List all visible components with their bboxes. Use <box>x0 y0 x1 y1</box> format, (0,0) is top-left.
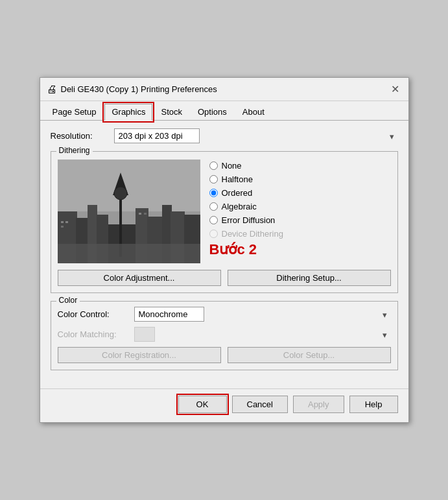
color-matching-select-wrapper <box>134 327 391 342</box>
title-bar: 🖨 Deli GE430 (Copy 1) Printing Preferenc… <box>40 78 408 101</box>
resolution-select-wrapper: 203 dpi x 203 dpi <box>114 128 398 143</box>
resolution-select[interactable]: 203 dpi x 203 dpi <box>114 128 200 143</box>
resolution-row: Resolution: 203 dpi x 203 dpi <box>51 128 398 143</box>
color-registration-button: Color Registration... <box>58 347 221 363</box>
color-control-select[interactable]: Monochrome <box>134 307 204 322</box>
dithering-group: Dithering <box>51 151 398 293</box>
cancel-button[interactable]: Cancel <box>232 396 288 413</box>
radio-device-dithering-label: Device Dithering <box>222 229 283 239</box>
radio-halftone-input[interactable] <box>209 175 218 184</box>
radio-none-label: None <box>222 161 242 171</box>
color-group-label: Color <box>56 296 80 305</box>
printing-preferences-dialog: 🖨 Deli GE430 (Copy 1) Printing Preferenc… <box>40 77 409 423</box>
color-matching-select <box>134 327 155 342</box>
svg-rect-19 <box>144 213 147 215</box>
dithering-setup-button[interactable]: Dithering Setup... <box>228 270 391 286</box>
dithering-buttons: Color Adjustment... Dithering Setup... <box>58 270 391 286</box>
tab-graphics[interactable]: Graphics <box>104 104 152 121</box>
step2-label: Bước 2 <box>209 241 391 258</box>
printer-icon: 🖨 <box>47 84 57 95</box>
radio-options: None Halftone Ordered Algebraic <box>209 161 391 239</box>
dithering-group-label: Dithering <box>56 146 93 155</box>
ok-button[interactable]: OK <box>178 396 227 413</box>
radio-ordered-label: Ordered <box>222 188 253 198</box>
resolution-label: Resolution: <box>51 131 109 141</box>
color-matching-label: Color Matching: <box>58 329 129 339</box>
svg-rect-1 <box>58 160 200 211</box>
radio-error-diffusion-label: Error Diffusion <box>222 215 276 225</box>
color-control-select-wrapper: Monochrome <box>134 307 391 322</box>
dialog-title: Deli GE430 (Copy 1) Printing Preferences <box>61 84 217 94</box>
color-adjustment-button[interactable]: Color Adjustment... <box>58 270 221 286</box>
footer: OK Cancel Apply Help <box>40 388 408 422</box>
tab-stock[interactable]: Stock <box>154 104 189 120</box>
color-control-label: Color Control: <box>58 309 129 319</box>
svg-rect-17 <box>61 226 64 228</box>
svg-rect-16 <box>65 221 68 223</box>
color-group: Color Color Control: Monochrome Color Ma… <box>51 301 398 370</box>
tabs-bar: Page Setup Graphics Stock Options About <box>40 101 408 121</box>
color-control-row: Color Control: Monochrome <box>58 307 391 322</box>
radio-none[interactable]: None <box>209 161 391 171</box>
svg-rect-20 <box>58 244 200 263</box>
dithering-preview <box>58 160 200 263</box>
radio-ordered[interactable]: Ordered <box>209 188 391 198</box>
city-skyline-svg <box>58 160 200 263</box>
close-button[interactable]: ✕ <box>388 83 402 95</box>
title-bar-left: 🖨 Deli GE430 (Copy 1) Printing Preferenc… <box>47 84 217 95</box>
radio-device-dithering: Device Dithering <box>209 229 391 239</box>
tab-options[interactable]: Options <box>191 104 234 120</box>
help-button[interactable]: Help <box>349 396 398 413</box>
radio-ordered-input[interactable] <box>209 189 218 197</box>
radio-error-diffusion[interactable]: Error Diffusion <box>209 215 391 225</box>
radio-algebraic-label: Algebraic <box>222 202 257 211</box>
radio-error-diffusion-input[interactable] <box>209 216 218 224</box>
color-setup-button: Color Setup... <box>228 347 391 363</box>
svg-point-5 <box>114 187 127 200</box>
svg-rect-18 <box>139 213 141 215</box>
color-buttons: Color Registration... Color Setup... <box>58 347 391 363</box>
radio-none-input[interactable] <box>209 161 218 170</box>
radio-and-step: None Halftone Ordered Algebraic <box>209 160 391 263</box>
color-matching-row: Color Matching: <box>58 327 391 342</box>
svg-rect-15 <box>61 221 64 223</box>
tab-content: Resolution: 203 dpi x 203 dpi Dithering <box>40 121 408 386</box>
radio-halftone-label: Halftone <box>222 174 253 184</box>
tab-page-setup[interactable]: Page Setup <box>45 104 104 120</box>
dithering-content: None Halftone Ordered Algebraic <box>58 160 391 263</box>
radio-algebraic[interactable]: Algebraic <box>209 202 391 211</box>
radio-device-dithering-input <box>209 230 218 238</box>
radio-halftone[interactable]: Halftone <box>209 174 391 184</box>
apply-button[interactable]: Apply <box>293 396 344 413</box>
radio-algebraic-input[interactable] <box>209 202 218 211</box>
tab-about[interactable]: About <box>235 104 272 120</box>
